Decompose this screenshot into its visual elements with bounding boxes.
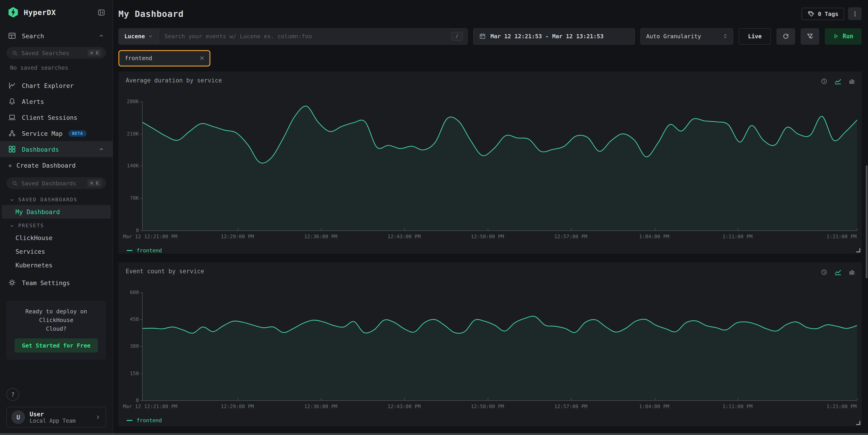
dashboard-menu-button[interactable] bbox=[848, 7, 862, 20]
time-mode-icon[interactable] bbox=[820, 78, 828, 85]
table-icon bbox=[8, 32, 16, 40]
saved-searches-input[interactable]: ⌘ K bbox=[6, 47, 106, 59]
tags-button[interactable]: 0 Tags bbox=[802, 7, 844, 20]
controls-row: Lucene / Mar 12 12:21:53 - Mar 12 13:21:… bbox=[118, 28, 862, 44]
time-range-value: Mar 12 12:21:53 - Mar 12 13:21:53 bbox=[491, 33, 603, 40]
main-content: My Dashboard 0 Tags Lucene / Mar bbox=[113, 0, 868, 435]
cloud-card-line2: Cloud? bbox=[11, 324, 101, 333]
user-name: User bbox=[30, 411, 75, 417]
run-label: Run bbox=[843, 33, 854, 40]
x-axis-labels: Mar 12 12:21:00 PM12:29:00 PM12:36:00 PM… bbox=[142, 234, 857, 241]
chart-title: Event count by service bbox=[126, 268, 204, 275]
sidebar-item-search[interactable]: Search bbox=[0, 28, 113, 43]
panel-resize-handle[interactable] bbox=[856, 421, 860, 425]
gear-icon bbox=[8, 279, 16, 286]
sidebar: HyperDX Search ⌘ K No saved searches Cha… bbox=[0, 0, 113, 435]
refresh-button[interactable] bbox=[776, 28, 795, 44]
sidebar-item-kubernetes[interactable]: Kubernetes bbox=[0, 258, 113, 272]
x-axis-labels: Mar 12 12:21:00 PM12:29:00 PM12:36:00 PM… bbox=[142, 404, 857, 410]
saved-dashboards-input[interactable]: ⌘ K bbox=[6, 177, 106, 189]
bar-chart-mode-icon[interactable] bbox=[848, 269, 855, 276]
horizontal-scrollbar[interactable] bbox=[0, 433, 868, 435]
create-dashboard-button[interactable]: + Create Dashboard bbox=[0, 157, 113, 174]
line-chart-mode-icon[interactable] bbox=[834, 78, 842, 85]
sidebar-item-label: Client Sessions bbox=[22, 114, 78, 121]
legend-line-swatch bbox=[127, 250, 132, 251]
run-button[interactable]: Run bbox=[825, 28, 862, 44]
saved-searches-field[interactable] bbox=[22, 50, 84, 56]
sidebar-item-team-settings[interactable]: Team Settings bbox=[0, 275, 113, 290]
sidebar-item-dashboards[interactable]: Dashboards bbox=[0, 141, 113, 157]
sidebar-item-label: Service Map bbox=[22, 130, 63, 137]
chart-explorer-icon bbox=[8, 82, 16, 89]
play-icon bbox=[833, 33, 839, 39]
get-started-button[interactable]: Get Started for Free bbox=[14, 339, 98, 353]
chart-area[interactable]: 6004503001500 Mar 12 12:21:00 PM12:29:00… bbox=[142, 292, 857, 410]
chart-legend[interactable]: frontend bbox=[127, 417, 858, 424]
refresh-icon bbox=[782, 33, 789, 40]
help-button[interactable]: ? bbox=[6, 388, 19, 401]
chart-legend[interactable]: frontend bbox=[127, 247, 858, 254]
panel-resize-handle[interactable] bbox=[856, 248, 860, 252]
laptop-icon bbox=[8, 114, 16, 121]
sidebar-bottom: ? U User Local App Team bbox=[0, 383, 113, 435]
filter-chip-row: frontend bbox=[118, 50, 862, 66]
sidebar-item-label: Chart Explorer bbox=[22, 82, 74, 89]
sidebar-item-service-map[interactable]: Service Map BETA bbox=[0, 125, 113, 141]
time-mode-icon[interactable] bbox=[820, 269, 828, 276]
bar-chart-mode-icon[interactable] bbox=[848, 78, 855, 85]
avatar: U bbox=[11, 410, 25, 424]
section-label: SAVED DASHBOARDS bbox=[18, 197, 78, 203]
hyperdx-logo-icon bbox=[7, 6, 19, 18]
chart-panel-avg-duration: Average duration by service 280K210K140K… bbox=[118, 71, 862, 254]
filter-button[interactable] bbox=[801, 28, 819, 44]
user-card[interactable]: U User Local App Team bbox=[6, 407, 106, 428]
section-presets[interactable]: PRESETS bbox=[0, 219, 113, 231]
sidebar-item-chart-explorer[interactable]: Chart Explorer bbox=[0, 77, 113, 93]
vertical-scrollbar[interactable] bbox=[866, 165, 868, 279]
dashboards-grid-icon bbox=[8, 145, 16, 153]
kebab-icon bbox=[851, 10, 858, 17]
search-icon bbox=[12, 180, 18, 186]
clickhouse-cloud-card: Ready to deploy on ClickHouse Cloud? Get… bbox=[6, 301, 106, 360]
app-window: HyperDX Search ⌘ K No saved searches Cha… bbox=[0, 0, 868, 435]
slash-shortcut: / bbox=[452, 32, 463, 41]
live-button[interactable]: Live bbox=[739, 28, 771, 44]
query-language-label: Lucene bbox=[124, 33, 145, 40]
sidebar-item-alerts[interactable]: Alerts bbox=[0, 93, 113, 109]
granularity-select[interactable]: Auto Granularity bbox=[640, 28, 733, 44]
chart-area[interactable]: 280K210K140K70K0 Mar 12 12:21:00 PM12:29… bbox=[142, 101, 857, 241]
cmd-k-shortcut: ⌘ K bbox=[87, 49, 101, 57]
collapse-sidebar-icon[interactable] bbox=[97, 8, 105, 16]
filter-chip-frontend[interactable]: frontend bbox=[118, 50, 210, 66]
saved-dashboards-field[interactable] bbox=[22, 180, 84, 187]
user-team: Local App Team bbox=[30, 417, 75, 424]
filter-chip-label: frontend bbox=[125, 55, 152, 62]
legend-line-swatch bbox=[127, 420, 132, 421]
legend-label: frontend bbox=[136, 247, 162, 254]
sidebar-item-my-dashboard[interactable]: My Dashboard bbox=[2, 205, 111, 219]
tag-icon bbox=[807, 10, 814, 17]
close-icon[interactable] bbox=[199, 55, 205, 61]
event-search-group: Lucene / bbox=[118, 28, 468, 44]
sidebar-item-client-sessions[interactable]: Client Sessions bbox=[0, 109, 113, 125]
sidebar-item-clickhouse[interactable]: ClickHouse bbox=[0, 231, 113, 245]
chevron-up-icon bbox=[98, 146, 104, 152]
query-language-select[interactable]: Lucene bbox=[119, 29, 159, 44]
create-dashboard-label: Create Dashboard bbox=[17, 162, 75, 169]
filter-edit-icon bbox=[807, 33, 813, 40]
line-chart-mode-icon[interactable] bbox=[834, 269, 842, 276]
sidebar-item-services[interactable]: Services bbox=[0, 245, 113, 258]
legend-label: frontend bbox=[136, 417, 162, 424]
event-search-input[interactable] bbox=[159, 29, 451, 44]
plus-icon: + bbox=[8, 162, 12, 169]
chevron-right-icon bbox=[95, 414, 101, 421]
time-range-picker[interactable]: Mar 12 12:21:53 - Mar 12 13:21:53 bbox=[473, 28, 635, 44]
sidebar-item-label: Team Settings bbox=[22, 279, 70, 286]
plot-region[interactable]: 6004503001500 bbox=[142, 292, 857, 401]
page-title: My Dashboard bbox=[118, 9, 184, 19]
section-saved-dashboards[interactable]: SAVED DASHBOARDS bbox=[0, 193, 113, 205]
plot-region[interactable]: 280K210K140K70K0 bbox=[142, 101, 857, 231]
chevron-down-icon bbox=[9, 197, 14, 203]
granularity-value: Auto Granularity bbox=[646, 33, 701, 40]
